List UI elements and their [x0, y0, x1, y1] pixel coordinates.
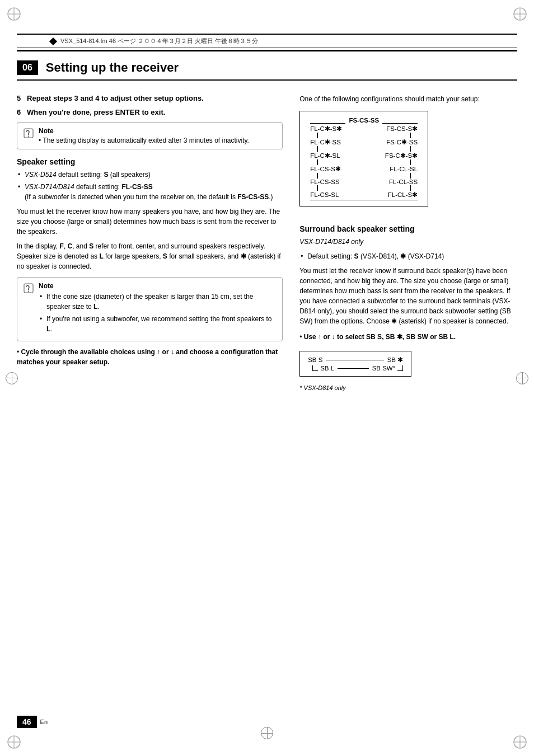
surround-back-heading: Surround back speaker setting: [299, 224, 517, 233]
config-r4-left: FL-CS-S✱: [310, 165, 341, 173]
page: VSX_514-814.fm 46 ページ ２００４年３月２日 火曜日 午後８時…: [0, 0, 534, 756]
speaker-bullet-2: VSX-D714/D814 default setting: FL-CS-SS …: [17, 182, 283, 202]
speaker-setting-bullets: VSX-D514 default setting: S (all speaker…: [17, 170, 283, 202]
vbars-1: [310, 133, 418, 138]
config-row-5: FL-CS-SS FL-CL-SS: [310, 179, 418, 185]
surround-default-bullet: Default setting: S (VSX-D814), ✱ (VSX-D7…: [299, 251, 517, 261]
note-2-label: Note: [39, 282, 277, 290]
step-6-text: 6 When you're done, press ENTER to exit.: [17, 108, 283, 116]
step-6: 6 When you're done, press ENTER to exit.: [17, 108, 283, 116]
speaker-para-1: You must let the receiver know how many …: [17, 206, 283, 237]
sb-r1-left: SB S: [308, 356, 322, 363]
chapter-number: 06: [17, 60, 38, 75]
note-box-1: Note • The setting display is automatica…: [17, 122, 283, 149]
surround-back-section: Surround back speaker setting VSX-D714/D…: [299, 224, 517, 391]
config-diagram-inner: FS-CS-SS FL-C✱-S✱ FS-CS-S✱: [310, 117, 418, 200]
speaker-bullet-1: VSX-D514 default setting: S (all speaker…: [17, 170, 283, 180]
page-number-area: 46 En: [17, 716, 48, 728]
vbars-5: [310, 185, 418, 191]
svg-point-15: [28, 291, 29, 292]
note-icon-2: [23, 283, 34, 294]
reg-mark-tl: [6, 6, 22, 22]
config-r5-right: FL-CL-SS: [389, 179, 418, 185]
note-1-bullet: • The setting display is automatically e…: [39, 137, 249, 144]
config-intro: One of the following configurations shou…: [299, 94, 517, 104]
sb-r2-right: SB SW*: [372, 365, 396, 372]
config-r6-right: FL-CL-S✱: [388, 191, 418, 199]
page-number: 46: [17, 716, 37, 728]
config-r3-left: FL-C✱-SL: [310, 152, 340, 159]
top-rule-thick: [17, 50, 517, 51]
config-r1-left: FL-C✱-S✱: [310, 125, 342, 133]
config-r6-left: FL-CS-SL: [310, 191, 339, 198]
config-r5-left: FL-CS-SS: [310, 179, 339, 185]
chapter-header: 06 Setting up the receiver: [17, 60, 517, 81]
config-row-6: FL-CS-SL FL-CL-S✱: [310, 191, 418, 199]
footnote: * VSX-D814 only: [299, 384, 517, 391]
sb-diagram: SB S SB ✱ SB L SB SW*: [299, 351, 411, 377]
diamond-icon: [49, 37, 57, 45]
note-2-bullets: If the cone size (diameter) of the speak…: [39, 292, 277, 334]
bottom-center-reg: [261, 727, 273, 739]
vbars-4: [310, 173, 418, 179]
left-column: 5 Repeat steps 3 and 4 to adjust other s…: [17, 94, 283, 391]
vbars-2: [310, 146, 418, 152]
reg-mark-mid-right: [516, 372, 528, 384]
page-lang: En: [40, 719, 48, 725]
chapter-title: Setting up the receiver: [46, 60, 179, 75]
step-5: 5 Repeat steps 3 and 4 to adjust other s…: [17, 94, 283, 102]
note-icon-1: [23, 128, 34, 139]
config-r3-right: FS-C✱-S✱: [385, 152, 418, 159]
cycle-instruction: • Cycle through the available choices us…: [17, 347, 283, 367]
step-5-text: 5 Repeat steps 3 and 4 to adjust other s…: [17, 94, 283, 102]
file-info-bar: VSX_514-814.fm 46 ページ ２００４年３月２日 火曜日 午後８時…: [17, 34, 517, 48]
surround-para: You must let the receiver know if surrou…: [299, 266, 517, 326]
note-1-label: Note: [39, 127, 249, 135]
svg-point-13: [28, 136, 29, 137]
note-2-bullet-2: If you're not using a subwoofer, we reco…: [39, 314, 277, 334]
config-diagram: FS-CS-SS FL-C✱-S✱ FS-CS-S✱: [299, 111, 428, 206]
note-2-bullet-1: If the cone size (diameter) of the speak…: [39, 292, 277, 312]
config-r1-right: FS-CS-S✱: [386, 125, 418, 133]
sb-r1-right: SB ✱: [387, 356, 404, 364]
speaker-para-2: In the display, F, C, and S refer to fro…: [17, 241, 283, 271]
vbars-3: [310, 159, 418, 165]
arrow-instruction: • Use ↑ or ↓ to select SB S, SB ✱, SB SW…: [299, 332, 517, 342]
file-info-text: VSX_514-814.fm 46 ページ ２００４年３月２日 火曜日 午後８時…: [60, 37, 258, 45]
surround-default-setting: Default setting: S (VSX-D814), ✱ (VSX-D7…: [299, 251, 517, 261]
reg-mark-mid-left: [6, 372, 18, 384]
note-1-content: Note • The setting display is automatica…: [39, 127, 249, 144]
right-column: One of the following configurations shou…: [299, 94, 517, 391]
sb-row-1: SB S SB ✱: [308, 356, 403, 364]
config-row-4: FL-CS-S✱ FL-CL-SL: [310, 165, 418, 173]
speaker-setting-heading: Speaker setting: [17, 157, 283, 166]
config-r2-left: FL-C✱-SS: [310, 138, 341, 146]
main-content: 5 Repeat steps 3 and 4 to adjust other s…: [17, 94, 517, 391]
sb-r2-left: SB L: [320, 365, 334, 372]
reg-mark-bl: [6, 734, 22, 750]
sb-row-2-wrap: SB L SB SW*: [308, 365, 403, 372]
config-top-label: FS-CS-SS: [345, 117, 382, 124]
config-row-1: FL-C✱-S✱ FS-CS-S✱: [310, 125, 418, 133]
config-row-2: FL-C✱-SS FS-C✱-SS: [310, 138, 418, 146]
note-box-2: Note If the cone size (diameter) of the …: [17, 277, 283, 341]
reg-mark-tr: [512, 6, 528, 22]
config-r2-right: FS-C✱-SS: [386, 138, 418, 146]
surround-back-subtitle: VSX-D714/D814 only: [299, 237, 517, 247]
note-2-content: Note If the cone size (diameter) of the …: [39, 282, 277, 336]
reg-mark-br: [512, 734, 528, 750]
config-r4-right: FL-CL-SL: [390, 166, 418, 172]
config-row-3: FL-C✱-SL FS-C✱-S✱: [310, 152, 418, 159]
